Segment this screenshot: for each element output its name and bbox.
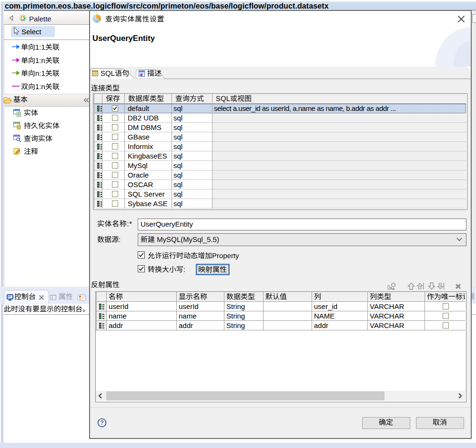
svg-text:?: ?: [100, 419, 104, 426]
